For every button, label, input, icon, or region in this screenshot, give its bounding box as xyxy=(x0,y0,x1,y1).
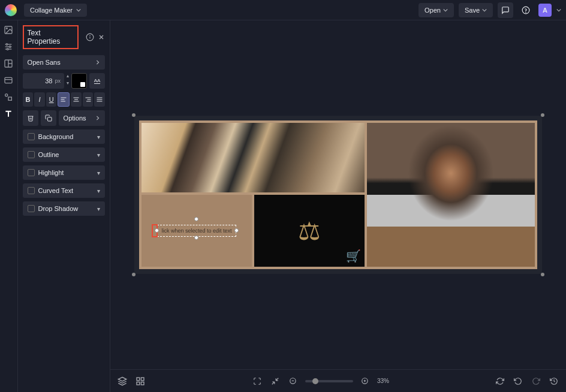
photo-cell[interactable] xyxy=(367,123,535,267)
layout-tool-icon[interactable] xyxy=(4,59,13,68)
library-tool-icon[interactable] xyxy=(4,76,13,85)
scales-image: ⚖ xyxy=(298,216,321,246)
chevron-down-icon: ▾ xyxy=(97,170,100,176)
tool-sidebar xyxy=(0,20,18,392)
options-dropdown[interactable]: Options xyxy=(59,110,105,126)
svg-rect-37 xyxy=(141,378,144,381)
app-title-label: Collage Maker xyxy=(30,7,73,14)
resize-handle[interactable] xyxy=(132,273,136,276)
align-left-button[interactable] xyxy=(58,92,70,107)
grid-icon[interactable] xyxy=(134,375,146,387)
font-family-select[interactable]: Open Sans xyxy=(23,55,105,70)
font-size-input[interactable]: 38px xyxy=(23,73,64,89)
size-stepper[interactable]: ▴ ▾ xyxy=(67,74,69,88)
bold-button[interactable]: B xyxy=(23,92,34,107)
text-tool-icon[interactable] xyxy=(4,109,13,119)
avatar[interactable]: A xyxy=(538,4,552,17)
zoom-value: 33% xyxy=(377,378,389,384)
align-justify-button[interactable] xyxy=(94,92,105,107)
accordion-background[interactable]: Background▾ xyxy=(23,129,105,144)
checkbox[interactable] xyxy=(28,133,35,140)
save-button[interactable]: Save xyxy=(459,3,493,17)
accordion-drop-shadow[interactable]: Drop Shadow▾ xyxy=(23,201,105,216)
chevron-down-icon xyxy=(76,8,81,13)
caps-button[interactable]: AA xyxy=(89,73,105,89)
open-button[interactable]: Open xyxy=(419,3,454,17)
align-right-button[interactable] xyxy=(83,92,94,107)
app-title-dropdown[interactable]: Collage Maker xyxy=(24,4,87,17)
zoom-out-icon[interactable] xyxy=(287,375,299,387)
collage-canvas[interactable]: lick when selected to edit text ⚖ 🛒 xyxy=(139,120,537,269)
help-icon[interactable] xyxy=(518,2,534,18)
align-center-button[interactable] xyxy=(71,92,82,107)
fullscreen-icon[interactable] xyxy=(251,375,263,387)
resize-handle[interactable] xyxy=(541,113,544,117)
svg-point-1 xyxy=(526,12,526,13)
chevron-down-icon: ▾ xyxy=(97,152,100,158)
chevron-right-icon xyxy=(95,60,100,65)
chevron-down-icon: ▾ xyxy=(97,134,100,140)
duplicate-button[interactable] xyxy=(41,110,56,126)
resize-handle[interactable] xyxy=(541,273,544,276)
redo-icon[interactable] xyxy=(530,375,542,387)
app-logo[interactable] xyxy=(5,4,17,16)
svg-point-9 xyxy=(7,49,9,50)
text-color-swatch[interactable] xyxy=(71,73,87,89)
delete-button[interactable] xyxy=(23,110,38,126)
text-placeholder: lick when selected to edit text xyxy=(161,228,231,234)
cart-image: 🛒 xyxy=(346,249,361,263)
zoom-slider[interactable] xyxy=(305,380,353,382)
image-tool-icon[interactable] xyxy=(4,25,13,35)
panel-title: Text Properties xyxy=(23,25,79,49)
resize-handle[interactable] xyxy=(155,228,159,233)
checkbox[interactable] xyxy=(28,169,35,176)
accordion-highlight[interactable]: Highlight▾ xyxy=(23,165,105,180)
undo-icon[interactable] xyxy=(512,375,524,387)
resize-handle[interactable] xyxy=(132,113,136,117)
history-icon[interactable] xyxy=(548,375,560,387)
info-icon[interactable] xyxy=(86,33,94,41)
photo-cell[interactable]: ⚖ 🛒 xyxy=(254,195,365,267)
top-header: Collage Maker Open Save A xyxy=(0,0,566,20)
resize-handle[interactable] xyxy=(194,217,198,221)
svg-point-3 xyxy=(7,28,8,29)
close-icon[interactable] xyxy=(98,34,105,41)
svg-point-15 xyxy=(5,94,8,97)
checkbox[interactable] xyxy=(28,151,35,158)
resize-handle[interactable] xyxy=(234,228,239,233)
chevron-right-icon xyxy=(95,116,100,120)
svg-marker-35 xyxy=(118,377,126,381)
chevron-down-icon: ▾ xyxy=(97,188,100,194)
adjust-tool-icon[interactable] xyxy=(4,42,13,52)
properties-panel: Text Properties Open Sans 38px ▴ ▾ AA B xyxy=(18,20,110,392)
underline-button[interactable]: U xyxy=(46,92,57,107)
text-element[interactable]: lick when selected to edit text xyxy=(157,225,236,237)
text-cell[interactable]: lick when selected to edit text xyxy=(142,195,252,267)
svg-point-19 xyxy=(90,35,91,36)
checkbox[interactable] xyxy=(28,205,35,212)
photo-cell[interactable] xyxy=(142,123,365,192)
layers-icon[interactable] xyxy=(116,375,128,387)
canvas-bounds[interactable]: lick when selected to edit text ⚖ 🛒 xyxy=(134,116,542,274)
fit-icon[interactable] xyxy=(269,375,281,387)
sync-icon[interactable] xyxy=(494,375,506,387)
accordion-curved-text[interactable]: Curved Text▾ xyxy=(23,183,105,198)
chevron-down-icon xyxy=(482,8,487,13)
bottom-toolbar: 33% xyxy=(110,369,566,392)
shapes-tool-icon[interactable] xyxy=(4,92,13,102)
chevron-down-icon[interactable] xyxy=(556,8,561,13)
zoom-in-icon[interactable] xyxy=(359,375,371,387)
panel-header: Text Properties xyxy=(23,25,105,49)
italic-button[interactable]: I xyxy=(34,92,45,107)
svg-rect-16 xyxy=(8,97,11,100)
svg-point-7 xyxy=(6,44,8,46)
svg-rect-34 xyxy=(47,117,52,122)
checkbox[interactable] xyxy=(28,187,35,194)
resize-handle[interactable] xyxy=(194,236,198,240)
canvas-area: lick when selected to edit text ⚖ 🛒 xyxy=(110,20,566,392)
font-family-value: Open Sans xyxy=(28,59,61,66)
accordion-outline[interactable]: Outline▾ xyxy=(23,147,105,162)
chevron-down-icon[interactable]: ▾ xyxy=(67,81,69,88)
comment-icon[interactable] xyxy=(498,2,513,18)
svg-rect-38 xyxy=(137,382,140,385)
